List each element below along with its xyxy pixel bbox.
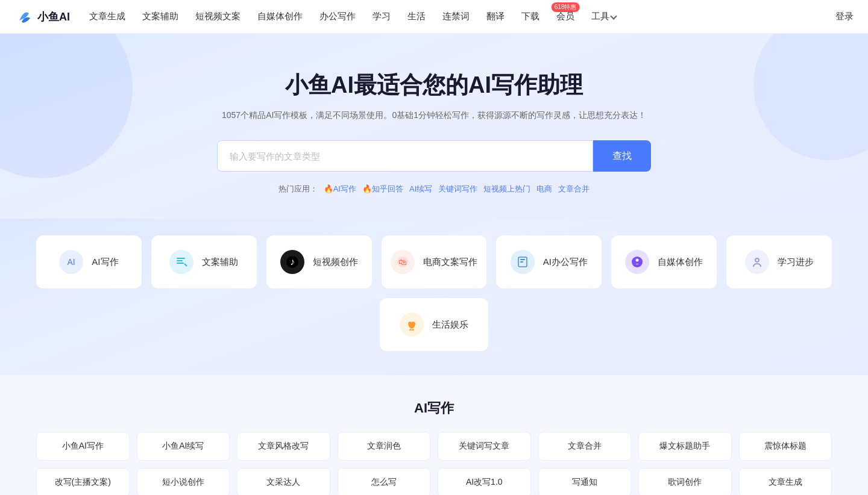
- category-grid: AIAI写作文案辅助♪短视频创作🛍电商文案写作AI办公写作自媒体创作学习进步: [36, 235, 832, 288]
- cat-icon: [511, 250, 535, 274]
- nav-link-label-4: 办公写作: [319, 11, 356, 21]
- tool-button-12[interactable]: AI改写1.0: [438, 468, 531, 495]
- cat-icon: [169, 250, 193, 274]
- hot-tag-0[interactable]: 🔥AI写作: [324, 184, 356, 195]
- ai-writing-section: AI写作 小鱼AI写作小鱼AI续写文章风格改写文章润色关键词写文章文章合并爆文标…: [0, 375, 868, 495]
- login-button[interactable]: 登录: [835, 11, 854, 22]
- tool-button-3[interactable]: 文章润色: [338, 432, 431, 461]
- hot-tag-1[interactable]: 🔥知乎回答: [362, 184, 403, 195]
- hot-tags: 热门应用：🔥AI写作🔥知乎回答AI续写关键词写作短视频上热门电商文章合并: [0, 184, 868, 195]
- logo-icon: [14, 7, 34, 26]
- category-label: 生活娱乐: [432, 319, 468, 331]
- logo-text: 小鱼AI: [37, 10, 70, 24]
- hot-label: 热门应用：: [278, 184, 318, 195]
- search-button[interactable]: 查找: [593, 140, 651, 172]
- nav-link-5[interactable]: 学习: [373, 11, 391, 22]
- nav-link-label-11: 工具: [591, 11, 609, 22]
- svg-rect-12: [520, 261, 523, 263]
- nav-link-10[interactable]: 618特惠会员: [556, 11, 574, 22]
- category-label: 自媒体创作: [658, 257, 703, 268]
- tool-button-4[interactable]: 关键词写文章: [438, 432, 531, 461]
- nav-link-label-10: 会员: [556, 11, 574, 21]
- tools-grid: 小鱼AI写作小鱼AI续写文章风格改写文章润色关键词写文章文章合并爆文标题助手震惊…: [36, 432, 832, 495]
- hot-tag-3[interactable]: 关键词写作: [438, 184, 477, 195]
- logo[interactable]: 小鱼AI: [14, 7, 70, 26]
- tool-button-7[interactable]: 震惊体标题: [739, 432, 832, 461]
- tool-button-13[interactable]: 写通知: [538, 468, 632, 495]
- nav-link-label-3: 自媒体创作: [257, 11, 303, 21]
- category-card[interactable]: 文案辅助: [151, 235, 257, 288]
- nav-link-label-8: 翻译: [486, 11, 505, 21]
- tool-button-1[interactable]: 小鱼AI续写: [137, 432, 230, 461]
- nav-link-11[interactable]: 工具: [591, 11, 616, 22]
- category-card[interactable]: ♪短视频创作: [266, 235, 372, 288]
- tool-button-14[interactable]: 歌词创作: [638, 468, 732, 495]
- hero-title: 小鱼AI最适合您的AI写作助理: [0, 70, 868, 101]
- tool-button-8[interactable]: 改写(主播文案): [36, 468, 130, 495]
- search-input[interactable]: [217, 140, 593, 172]
- category-label: 短视频创作: [313, 257, 358, 268]
- navbar: 小鱼AI 文章生成文案辅助短视频文案自媒体创作办公写作学习生活连禁词翻译下载61…: [0, 0, 868, 34]
- nav-link-0[interactable]: 文章生成: [89, 11, 125, 22]
- category-label: 学习进步: [778, 257, 814, 268]
- category-label: 电商文案写作: [423, 257, 477, 268]
- tool-button-9[interactable]: 短小说创作: [137, 468, 230, 495]
- cat-icon: ♪: [280, 250, 304, 274]
- svg-point-15: [755, 258, 759, 262]
- category-label: AI办公写作: [543, 257, 588, 268]
- cat-icon: 🛍: [391, 250, 415, 274]
- svg-point-14: [636, 259, 639, 262]
- tool-button-0[interactable]: 小鱼AI写作: [36, 432, 130, 461]
- hot-tag-2[interactable]: AI续写: [409, 184, 432, 195]
- category-label: 文案辅助: [202, 257, 238, 268]
- cat-icon: [745, 250, 769, 274]
- category-card[interactable]: AIAI写作: [36, 235, 142, 288]
- category-card[interactable]: 🛍电商文案写作: [382, 235, 487, 288]
- tool-button-10[interactable]: 文采达人: [237, 468, 330, 495]
- nav-link-label-7: 连禁词: [442, 11, 470, 21]
- nav-link-label-5: 学习: [373, 11, 391, 21]
- nav-badge-10: 618特惠: [552, 2, 580, 12]
- category-card[interactable]: AI办公写作: [496, 235, 602, 288]
- cat-icon: [625, 250, 649, 274]
- category-card[interactable]: 学习进步: [726, 235, 832, 288]
- svg-line-5: [184, 264, 187, 266]
- tool-button-2[interactable]: 文章风格改写: [237, 432, 330, 461]
- nav-link-label-0: 文章生成: [89, 11, 125, 21]
- hot-tag-5[interactable]: 电商: [536, 184, 552, 195]
- categories-section: AIAI写作文案辅助♪短视频创作🛍电商文案写作AI办公写作自媒体创作学习进步 生…: [0, 219, 868, 375]
- nav-link-2[interactable]: 短视频文案: [195, 11, 241, 22]
- search-bar: 查找: [217, 140, 651, 172]
- cat-icon: AI: [59, 250, 83, 274]
- nav-link-label-2: 短视频文案: [195, 11, 241, 21]
- hot-tag-4[interactable]: 短视频上热门: [483, 184, 530, 195]
- nav-link-3[interactable]: 自媒体创作: [257, 11, 303, 22]
- nav-link-4[interactable]: 办公写作: [319, 11, 356, 22]
- hot-tag-6[interactable]: 文章合并: [558, 184, 590, 195]
- cat-icon: [400, 313, 424, 337]
- svg-text:♪: ♪: [290, 257, 295, 267]
- svg-rect-2: [177, 258, 185, 259]
- svg-point-13: [632, 257, 643, 267]
- tool-button-5[interactable]: 文章合并: [538, 432, 632, 461]
- category-card[interactable]: 生活娱乐: [380, 298, 488, 351]
- category-grid-row2: 生活娱乐: [36, 298, 832, 351]
- hero-section: 小鱼AI最适合您的AI写作助理 1057个精品AI写作模板，满足不同场景使用。0…: [0, 34, 868, 219]
- nav-link-8[interactable]: 翻译: [486, 11, 505, 22]
- svg-rect-4: [177, 263, 184, 264]
- tool-button-15[interactable]: 文章生成: [739, 468, 832, 495]
- nav-link-6[interactable]: 生活: [407, 11, 426, 22]
- chevron-down-icon: [610, 13, 617, 19]
- category-label: AI写作: [92, 257, 118, 268]
- tool-button-6[interactable]: 爆文标题助手: [638, 432, 732, 461]
- nav-link-label-9: 下载: [521, 11, 539, 21]
- category-card[interactable]: 自媒体创作: [611, 235, 717, 288]
- svg-text:AI: AI: [68, 257, 75, 267]
- nav-link-9[interactable]: 下载: [521, 11, 539, 22]
- svg-rect-11: [520, 259, 525, 260]
- tool-button-11[interactable]: 怎么写: [338, 468, 431, 495]
- nav-links: 文章生成文案辅助短视频文案自媒体创作办公写作学习生活连禁词翻译下载618特惠会员…: [89, 11, 835, 22]
- nav-link-7[interactable]: 连禁词: [442, 11, 470, 22]
- nav-link-1[interactable]: 文案辅助: [142, 11, 178, 22]
- ai-writing-title: AI写作: [36, 399, 832, 417]
